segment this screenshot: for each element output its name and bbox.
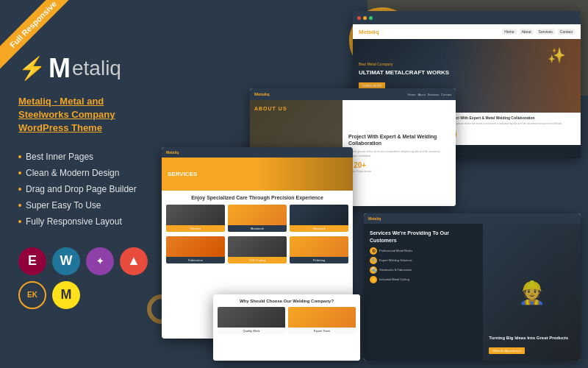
hero-text-area: Best Metal Company ULTIMAT METALCRAFT WO… [359,62,449,90]
customer-title: Services We're Providing To Our Customer… [370,230,477,244]
service-item-1: Welding [166,205,225,232]
customer-left: Services We're Providing To Our Customer… [364,224,483,361]
about-text-col: Project With Expert & Metal Welding Coll… [444,113,581,145]
ek-icon[interactable]: EK [18,281,46,309]
right-panel: Metaliq Home About Services Contact ✨ Be… [169,0,588,368]
why-item-1: Quality Work [218,307,285,336]
service-item-3: Steelwork [290,205,348,232]
services-hero-overlay [257,158,353,191]
service-img-3 [290,205,348,225]
services-section-title: Enjoy Specialized Care Through Precision… [166,195,348,200]
wordpress-icon[interactable]: W [52,247,80,275]
about-nav-links: Home About Services Contact [408,93,451,96]
feature-drag-drop: Drag and Drop Page Builder [18,181,154,197]
service-label-4: Fabrication [166,257,225,263]
cust-item-1: ⚙ Professional Metal Works [370,247,477,255]
browser-header [353,11,581,24]
cust-item-3: 🔩 Steelworks & Fabrication [370,266,477,274]
service-img-1 [166,205,225,225]
services-row2: Fabrication CNC Cutting Polishing [166,236,348,263]
product-title[interactable]: Metaliq - Metal and Steelworks Company W… [18,95,154,135]
customer-nav: Metaliq [364,213,581,224]
service-label-5: CNC Cutting [228,257,287,263]
service-item-6: Polishing [290,236,348,263]
service-item-5: CNC Cutting [228,236,287,263]
sparks-decoration: ✨ [548,46,566,64]
service-img-6 [290,236,348,257]
customer-body: Services We're Providing To Our Customer… [364,224,581,361]
feature-clean-modern: Clean & Modern Design [18,165,154,181]
mailchimp-icon[interactable]: M [52,281,80,309]
service-img-4 [166,236,225,257]
services-hero: SERVICES [162,158,353,191]
about-right-title: Project With Expert & Metal Welding Coll… [348,133,450,146]
customer-right-text: Turning Big Ideas Into Great Products Ma… [489,336,575,355]
elementor-icon[interactable]: E [18,247,46,275]
customer-logo: Metaliq [368,216,381,221]
services-logo: Metaliq [166,150,179,155]
hero-title: ULTIMAT METALCRAFT WORKS [359,69,449,77]
feature-easy-use: Super Easy To Use [18,197,154,213]
service-label-3: Steelwork [290,225,348,232]
about-logo: Metaliq [254,92,270,96]
about-mini-title: Project With Expert & Metal Welding Coll… [447,116,577,120]
service-item-2: Metalwork [228,205,287,232]
cust-item-2: 🔧 Expert Welding Solutions [370,257,477,264]
about-nav: Metaliq Home About Services Contact [250,88,456,100]
service-label-2: Metalwork [228,225,287,232]
service-label-6: Polishing [290,257,348,263]
why-title: Why Should Choose Our Welding Company? [218,299,356,303]
ribbon: Full Responsive [0,0,88,88]
service-img-2 [228,205,287,225]
footer-title: Turning Big Ideas Into Great Products [489,336,575,342]
cust-icon-1: ⚙ [370,247,377,255]
cust-icon-4: ⚡ [370,276,377,283]
service-img-5 [228,236,287,257]
dot-red [357,16,361,20]
why-img-1 [218,307,285,328]
why-item-2: Expert Team [288,307,356,336]
about-section-label: ABOUT US [254,106,287,111]
feature-responsive: Fully Responsive Layout [18,213,154,230]
cust-item-text-4: Industrial Metal Cutting [379,277,409,281]
screenshot-bottom: Why Should Choose Our Welding Company? Q… [213,294,360,361]
cust-item-text-2: Expert Welding Solutions [379,258,412,262]
service-item-4: Fabrication [166,236,225,263]
customer-right: 👷 Turning Big Ideas Into Great Products … [483,224,581,361]
appointment-button[interactable]: Make An Appointment [489,347,525,354]
bottom-section: Why Should Choose Our Welding Company? Q… [213,294,360,361]
plugin-icons: E W ✦ ▲ EK M [18,247,154,309]
why-label-2: Expert Team [288,328,356,334]
feature-best-inner-pages: Best Inner Pages [18,149,154,165]
about-right-content: Project With Expert & Metal Welding Coll… [343,100,456,206]
dot-yellow [363,16,367,20]
cust-item-text-1: Professional Metal Works [379,249,412,252]
about-right-text: Lorem ipsum dolor sit amet consectetur a… [348,149,450,158]
services-nav: Metaliq [162,147,353,158]
features-list: Best Inner Pages Clean & Modern Design D… [18,149,154,230]
services-grid: Welding Metalwork Steelwork [166,205,348,232]
screenshot-customer: Metaliq Services We're Providing To Our … [364,213,581,361]
hero-subtitle: Best Metal Company [359,62,449,66]
cust-item-4: ⚡ Industrial Metal Cutting [370,276,477,283]
cust-icon-2: 🔧 [370,257,377,264]
services-body: Enjoy Specialized Care Through Precision… [162,191,353,268]
preview-logo: Metaliq [359,29,379,35]
why-grid: Quality Work Expert Team [218,307,356,336]
services-hero-text: SERVICES [168,171,197,177]
ribbon-label: Full Responsive [0,0,78,69]
divi-icon[interactable]: ✦ [86,247,114,275]
cust-item-text-3: Steelworks & Fabrication [379,268,412,272]
about-mini-text: Lorem ipsum dolor sit amet consectetur a… [447,121,577,125]
customer-items: ⚙ Professional Metal Works 🔧 Expert Weld… [370,247,477,283]
why-label-1: Quality Work [218,328,285,334]
service-label-1: Welding [166,225,225,232]
about-stats: 20+ Years Experience [348,161,450,173]
nav-links: Home About Services Contact [502,29,575,35]
avada-icon[interactable]: ▲ [120,247,148,275]
cust-icon-3: 🔩 [370,266,377,274]
why-img-2 [288,307,356,328]
dot-green [369,16,373,20]
site-nav-desktop: Metaliq Home About Services Contact [353,24,581,39]
